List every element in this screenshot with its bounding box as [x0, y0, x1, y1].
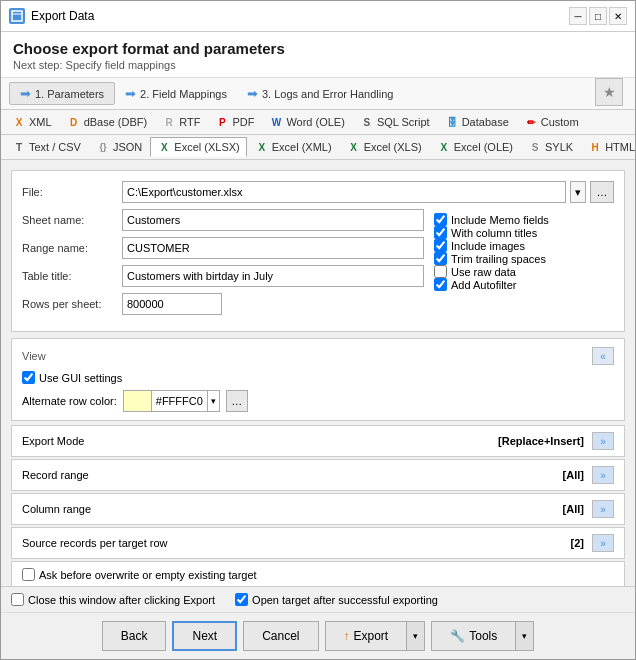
include-images-checkbox[interactable]	[434, 239, 447, 252]
view-title: View	[22, 350, 46, 362]
add-autofilter-checkbox[interactable]	[434, 278, 447, 291]
source-records-nav-button[interactable]: »	[592, 534, 614, 552]
tab-custom-label: Custom	[541, 116, 579, 128]
step-field-mappings[interactable]: ➡ 2. Field Mappings	[115, 83, 237, 104]
tab-excel-ole[interactable]: X Excel (OLE)	[430, 137, 520, 157]
include-images-row: Include images	[434, 239, 614, 252]
title-bar-controls: ─ □ ✕	[569, 7, 627, 25]
with-column-titles-checkbox[interactable]	[434, 226, 447, 239]
rtf-icon: R	[162, 115, 176, 129]
tools-split-arrow[interactable]: ▾	[516, 621, 534, 651]
rows-label: Rows per sheet:	[22, 298, 122, 310]
tab-pdf[interactable]: P PDF	[208, 112, 261, 132]
color-more-button[interactable]: …	[226, 390, 248, 412]
header-title: Choose export format and parameters	[13, 40, 623, 57]
add-autofilter-row: Add Autofilter	[434, 278, 614, 291]
tab-rtf[interactable]: R RTF	[155, 112, 207, 132]
alt-row-label: Alternate row color:	[22, 395, 117, 407]
text-csv-icon: T	[12, 140, 26, 154]
footer-checkboxes: Close this window after clicking Export …	[1, 586, 635, 612]
trim-trailing-label: Trim trailing spaces	[451, 253, 546, 265]
favorite-button[interactable]: ★	[595, 78, 623, 106]
tab-word[interactable]: W Word (OLE)	[262, 112, 351, 132]
with-column-titles-label: With column titles	[451, 227, 537, 239]
tab-sylk[interactable]: S SYLK	[521, 137, 580, 157]
color-dropdown-arrow[interactable]: ▾	[207, 391, 219, 411]
tab-excel-xlsx[interactable]: X Excel (XLSX)	[150, 137, 246, 157]
database-icon: 🗄	[445, 115, 459, 129]
column-range-nav-button[interactable]: »	[592, 500, 614, 518]
use-raw-data-label: Use raw data	[451, 266, 516, 278]
alt-row-color-row: Alternate row color: #FFFFC0 ▾ …	[22, 390, 614, 412]
close-button[interactable]: ✕	[609, 7, 627, 25]
tab-custom[interactable]: ✏ Custom	[517, 112, 586, 132]
ask-overwrite-checkbox[interactable]	[22, 568, 35, 581]
file-dropdown[interactable]: ▾	[570, 181, 586, 203]
collapse-view-button[interactable]: «	[592, 347, 614, 365]
tab-excel-xls[interactable]: X Excel (XLS)	[340, 137, 429, 157]
include-memo-checkbox[interactable]	[434, 213, 447, 226]
tab-dbase[interactable]: D dBase (DBF)	[60, 112, 155, 132]
add-autofilter-label: Add Autofilter	[451, 279, 516, 291]
use-raw-data-checkbox[interactable]	[434, 265, 447, 278]
use-gui-label: Use GUI settings	[39, 372, 122, 384]
maximize-button[interactable]: □	[589, 7, 607, 25]
color-swatch[interactable]: #FFFFC0 ▾	[123, 390, 220, 412]
column-range-row: Column range [All] »	[11, 493, 625, 525]
close-after-checkbox[interactable]	[11, 593, 24, 606]
sheet-row: Sheet name:	[22, 209, 424, 231]
trim-trailing-checkbox[interactable]	[434, 252, 447, 265]
next-button[interactable]: Next	[172, 621, 237, 651]
file-input[interactable]	[122, 181, 566, 203]
step2-label: 2. Field Mappings	[140, 88, 227, 100]
browse-button[interactable]: …	[590, 181, 614, 203]
tools-label: Tools	[469, 629, 497, 643]
step-logs[interactable]: ➡ 3. Logs and Error Handling	[237, 83, 403, 104]
view-header: View «	[22, 347, 614, 365]
button-row: Back Next Cancel ↑ Export ▾ 🔧 Tools ▾	[1, 612, 635, 659]
tab-json-label: JSON	[113, 141, 142, 153]
use-gui-checkbox[interactable]	[22, 371, 35, 384]
open-target-row: Open target after successful exporting	[235, 593, 438, 606]
rows-input[interactable]	[122, 293, 222, 315]
tab-database[interactable]: 🗄 Database	[438, 112, 516, 132]
title-bar-left: Export Data	[9, 8, 94, 24]
step-parameters[interactable]: ➡ 1. Parameters	[9, 82, 115, 105]
tab-excel-ole-label: Excel (OLE)	[454, 141, 513, 153]
tab-excel-xls-label: Excel (XLS)	[364, 141, 422, 153]
export-split-arrow[interactable]: ▾	[407, 621, 425, 651]
tab-sql[interactable]: S SQL Script	[353, 112, 437, 132]
tab-text-csv[interactable]: T Text / CSV	[5, 137, 88, 157]
export-button[interactable]: ↑ Export	[325, 621, 408, 651]
open-target-label: Open target after successful exporting	[252, 594, 438, 606]
sql-icon: S	[360, 115, 374, 129]
back-button[interactable]: Back	[102, 621, 167, 651]
tab-json[interactable]: {} JSON	[89, 137, 149, 157]
open-target-checkbox[interactable]	[235, 593, 248, 606]
export-group: ↑ Export ▾	[325, 621, 426, 651]
header-section: Choose export format and parameters Next…	[1, 32, 635, 78]
tab-xml[interactable]: X XML	[5, 112, 59, 132]
tab-excel-xml[interactable]: X Excel (XML)	[248, 137, 339, 157]
file-row: File: ▾ …	[22, 181, 614, 203]
table-input[interactable]	[122, 265, 424, 287]
tab-html[interactable]: H HTML	[581, 137, 635, 157]
cancel-button[interactable]: Cancel	[243, 621, 318, 651]
tab-rtf-label: RTF	[179, 116, 200, 128]
source-records-value: [2]	[571, 537, 584, 549]
minimize-button[interactable]: ─	[569, 7, 587, 25]
export-mode-nav-button[interactable]: »	[592, 432, 614, 450]
view-section: View « Use GUI settings Alternate row co…	[11, 338, 625, 421]
record-range-nav-button[interactable]: »	[592, 466, 614, 484]
range-input[interactable]	[122, 237, 424, 259]
tools-button[interactable]: 🔧 Tools	[431, 621, 516, 651]
close-after-label: Close this window after clicking Export	[28, 594, 215, 606]
window-title: Export Data	[31, 9, 94, 23]
include-memo-label: Include Memo fields	[451, 214, 549, 226]
excel-xls-icon: X	[347, 140, 361, 154]
sheet-input[interactable]	[122, 209, 424, 231]
trim-trailing-row: Trim trailing spaces	[434, 252, 614, 265]
export-mode-row: Export Mode [Replace+Insert] »	[11, 425, 625, 457]
step1-label: 1. Parameters	[35, 88, 104, 100]
color-box	[124, 391, 152, 411]
